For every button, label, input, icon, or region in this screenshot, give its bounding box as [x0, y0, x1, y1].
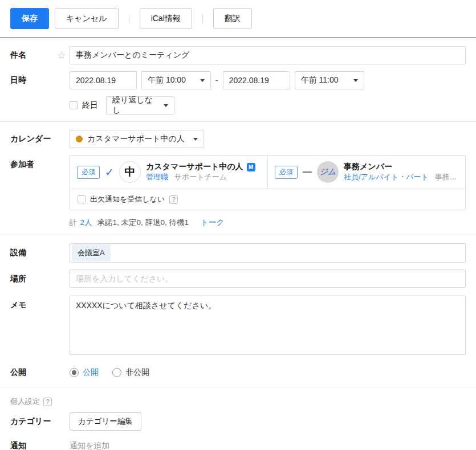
participant-team: サポートチーム: [174, 173, 227, 181]
calendar-color-dot-icon: [76, 136, 83, 142]
chevron-down-icon: [353, 79, 358, 82]
summary-total-count[interactable]: 2人: [80, 218, 92, 228]
radio-unselected-icon[interactable]: [112, 368, 121, 377]
toolbar-separator: [202, 14, 203, 23]
personal-settings-label: 個人設定: [10, 396, 40, 407]
calendar-select[interactable]: カスタマーサポート中の人: [70, 130, 204, 148]
visibility-label: 公開: [10, 367, 70, 378]
category-edit-button[interactable]: カテゴリー編集: [70, 412, 141, 431]
participants-row: 参加者 必須 ✓ 中 カスタマーサポート中の人 M 管理職 サポートチーム: [0, 155, 476, 228]
section-divider: [0, 235, 476, 235]
toolbar: 保存 キャンセル iCal情報 翻訳: [0, 0, 476, 37]
facility-input-box[interactable]: 会議室A: [70, 243, 466, 263]
subject-label: 件名: [10, 50, 57, 60]
range-separator: -: [215, 76, 218, 85]
location-row: 場所: [0, 269, 476, 288]
avatar: 中: [119, 161, 141, 183]
allday-label: 終日: [82, 100, 98, 111]
notification-row: 通知 通知を追加: [0, 441, 476, 450]
participant-dept-link[interactable]: 社員/アルバイト・パート: [344, 173, 429, 181]
memo-label: メモ: [10, 296, 70, 310]
start-date-input[interactable]: [70, 71, 137, 89]
toolbar-separator: [129, 14, 129, 23]
pending-dash-icon: —: [303, 167, 312, 177]
section-divider: [0, 121, 476, 122]
participant-name: 事務メンバー: [344, 162, 392, 172]
participant-card[interactable]: 必須 ✓ 中 カスタマーサポート中の人 M 管理職 サポートチーム: [70, 156, 268, 189]
datetime-row: 日時 午前 10:00 - 午前 11:00: [0, 71, 476, 89]
cancel-button[interactable]: キャンセル: [55, 8, 119, 29]
rsvp-option-row: 出欠通知を受信しない ?: [70, 189, 465, 210]
end-date-input[interactable]: [223, 71, 290, 89]
subject-row: 件名 ☆: [0, 46, 476, 64]
rsvp-label: 出欠通知を受信しない: [90, 194, 165, 204]
chevron-down-icon: [164, 104, 168, 107]
ical-info-button[interactable]: iCal情報: [140, 8, 192, 29]
summary-stats: 承諾1, 未定0, 辞退0, 待機1: [97, 218, 189, 228]
required-badge: 必須: [275, 166, 298, 179]
visibility-option-public[interactable]: 公開: [70, 367, 99, 378]
help-icon[interactable]: ?: [43, 398, 52, 406]
visibility-option-label: 非公開: [125, 367, 149, 378]
participants-box: 必須 ✓ 中 カスタマーサポート中の人 M 管理職 サポートチーム: [70, 155, 466, 210]
allday-row: 終日 繰り返しなし: [0, 96, 476, 114]
chevron-down-icon: [193, 138, 198, 141]
repeat-value: 繰り返しなし: [112, 95, 157, 116]
start-time-value: 午前 10:00: [148, 75, 186, 85]
category-label: カテゴリー: [10, 416, 70, 427]
accepted-check-icon: ✓: [105, 166, 114, 179]
participants-label: 参加者: [10, 155, 70, 170]
radio-selected-icon[interactable]: [70, 368, 79, 377]
repeat-select[interactable]: 繰り返しなし: [106, 96, 174, 114]
visibility-row: 公開 公開 非公開: [0, 367, 476, 378]
translate-button[interactable]: 翻訳: [213, 8, 252, 29]
talk-link[interactable]: トーク: [201, 218, 224, 228]
location-label: 場所: [10, 269, 70, 284]
participants-summary: 計 2人 承諾1, 未定0, 辞退0, 待機1 トーク: [70, 218, 466, 228]
section-divider: [0, 387, 476, 387]
end-time-value: 午前 11:00: [301, 75, 339, 85]
toolbar-divider: [0, 37, 476, 38]
participant-team: 事務…: [434, 173, 457, 181]
chevron-down-icon: [200, 79, 205, 82]
visibility-option-label: 公開: [83, 367, 99, 378]
personal-settings-header: 個人設定 ?: [0, 396, 476, 407]
datetime-label: 日時: [10, 75, 70, 85]
rsvp-checkbox[interactable]: [78, 195, 86, 203]
required-badge: 必須: [77, 166, 100, 179]
summary-total-label: 計: [70, 218, 78, 228]
calendar-label: カレンダー: [10, 134, 70, 144]
save-button[interactable]: 保存: [10, 8, 49, 29]
visibility-option-private[interactable]: 非公開: [112, 367, 149, 378]
facility-row: 設備 会議室A: [0, 243, 476, 263]
end-time-select[interactable]: 午前 11:00: [295, 71, 364, 89]
subject-input[interactable]: [70, 46, 466, 64]
participant-dept-link[interactable]: 管理職: [146, 173, 168, 181]
facility-label: 設備: [10, 243, 70, 258]
category-row: カテゴリー カテゴリー編集: [0, 412, 476, 431]
help-icon[interactable]: ?: [169, 195, 178, 204]
notification-add-link[interactable]: 通知を追加: [70, 441, 109, 450]
participant-card[interactable]: 必須 — ジム 事務メンバー 社員/アルバイト・パート 事務…: [268, 156, 465, 189]
facility-tag[interactable]: 会議室A: [72, 244, 111, 261]
participant-name: カスタマーサポート中の人: [146, 162, 243, 172]
memo-row: メモ XXXXXについて相談させてください。: [0, 296, 476, 355]
star-icon[interactable]: ☆: [57, 50, 70, 62]
calendar-value: カスタマーサポート中の人: [87, 134, 185, 144]
avatar: ジム: [317, 161, 339, 183]
start-time-select[interactable]: 午前 10:00: [141, 71, 211, 89]
memo-textarea[interactable]: XXXXXについて相談させてください。: [70, 296, 466, 355]
calendar-row: カレンダー カスタマーサポート中の人: [0, 130, 476, 148]
allday-checkbox[interactable]: [70, 101, 78, 109]
location-input[interactable]: [70, 269, 466, 288]
messenger-badge-icon[interactable]: M: [247, 163, 255, 171]
notification-label: 通知: [10, 441, 70, 450]
